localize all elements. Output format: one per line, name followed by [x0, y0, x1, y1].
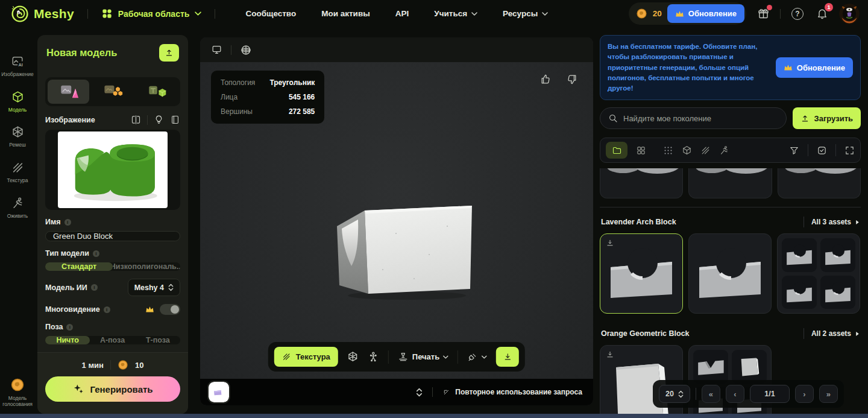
help-button[interactable]: ?: [790, 6, 805, 22]
model-3d-render: [324, 197, 474, 301]
multiview-toggle[interactable]: [160, 304, 180, 315]
textures-filter-icon[interactable]: [700, 145, 711, 156]
search-box[interactable]: [600, 107, 787, 129]
banner-upgrade-button[interactable]: Обновление: [776, 57, 853, 78]
divider: [696, 388, 696, 400]
asset-card-selected[interactable]: [600, 233, 683, 314]
updown-icon: [678, 390, 684, 398]
pose-t-option[interactable]: Т-поза: [136, 336, 180, 344]
pose-a-option[interactable]: А-поза: [90, 336, 134, 344]
topbar: Meshy Рабочая область Сообщество Мои акт…: [0, 0, 868, 27]
type-standard-option[interactable]: Стандарт: [45, 262, 113, 271]
upgrade-button[interactable]: Обновление: [667, 4, 744, 23]
grid-view-icon[interactable]: [636, 145, 646, 156]
workspace-switcher[interactable]: Рабочая область: [101, 8, 202, 19]
last-page-button[interactable]: »: [819, 385, 838, 403]
rail-item-remesh[interactable]: Ремеш: [0, 125, 35, 148]
wireframe-sphere-icon[interactable]: [240, 44, 252, 56]
multiview-label: Многовидение: [45, 305, 100, 314]
avatar[interactable]: [839, 4, 860, 24]
prev-page-button[interactable]: ‹: [726, 385, 744, 403]
info-icon: i: [93, 250, 99, 257]
info-icon: i: [64, 219, 71, 226]
notes-icon[interactable]: [170, 115, 180, 125]
model-name-input[interactable]: [45, 231, 180, 241]
notification-dot: [767, 5, 772, 10]
asset-card[interactable]: [688, 233, 772, 314]
rail-item-animate[interactable]: Оживить: [0, 197, 35, 220]
filter-funnel-icon[interactable]: [789, 145, 799, 156]
asset-filter-bar: [600, 138, 861, 163]
nav-community[interactable]: Сообщество: [245, 9, 296, 18]
ai-model-select[interactable]: Meshy 4: [128, 279, 180, 296]
type-lowpoly-option[interactable]: Низкополигональ...: [113, 262, 180, 271]
estimated-time: 1 мин: [82, 361, 104, 370]
tab-multi-image-to-3d[interactable]: [92, 80, 133, 104]
upload-image-button[interactable]: [159, 44, 179, 62]
generation-thumbnail[interactable]: [209, 382, 229, 402]
divider: [147, 115, 148, 125]
print-button[interactable]: Печать: [398, 352, 448, 363]
rail-item-image[interactable]: AI Изображение: [0, 55, 35, 78]
animations-filter-icon[interactable]: [719, 145, 729, 156]
notifications-button[interactable]: 1: [814, 6, 830, 22]
asset-card-multiview[interactable]: [777, 233, 860, 314]
arrow-up-left-icon: [442, 388, 450, 396]
chevron-down-icon: [195, 11, 201, 16]
multi-image-to-3d-icon: [102, 84, 123, 100]
meshy-logo[interactable]: Meshy: [11, 5, 74, 23]
credits-pill[interactable]: 20 Обновление: [629, 2, 746, 25]
pagination-bar: 20 « ‹ 1/1 › »: [653, 380, 844, 408]
thumbs-up-icon[interactable]: [540, 74, 552, 85]
expand-icon[interactable]: [844, 145, 855, 156]
rail-item-texture[interactable]: Текстура: [0, 161, 35, 184]
nav-my-assets[interactable]: Мои активы: [321, 9, 370, 18]
thumbs-down-icon[interactable]: [566, 74, 577, 85]
folder-view-button[interactable]: [606, 142, 627, 159]
download-model-button[interactable]: [496, 347, 519, 367]
tab-text-to-3d[interactable]: [136, 80, 178, 104]
generate-button[interactable]: Генерировать: [45, 376, 180, 402]
nav-api[interactable]: API: [395, 9, 409, 18]
reuse-prompt-button[interactable]: Повторное использование запроса: [442, 388, 582, 396]
arch-block-render: [605, 247, 678, 300]
export-plugin-button[interactable]: [467, 352, 487, 363]
lightbulb-icon[interactable]: [154, 115, 164, 125]
remesh-icon[interactable]: [347, 351, 359, 363]
multi-select-icon[interactable]: [817, 145, 827, 156]
chevron-down-icon: [542, 12, 548, 16]
next-page-button[interactable]: ›: [795, 385, 814, 403]
asset-card-partial[interactable]: [778, 168, 861, 198]
nav-learn[interactable]: Учиться: [434, 9, 477, 18]
collapse-updown-icon[interactable]: [416, 388, 423, 397]
compare-flip-icon[interactable]: [131, 115, 141, 125]
models-filter-icon[interactable]: [682, 145, 692, 156]
page-size-select[interactable]: 20: [659, 385, 690, 403]
lavender-cards-row: [600, 233, 861, 314]
pose-none-option[interactable]: Ничто: [45, 336, 90, 344]
rail-item-model[interactable]: Модель: [0, 90, 35, 113]
all-assets-link[interactable]: All 2 assets: [811, 329, 860, 338]
upload-asset-button[interactable]: Загрузить: [793, 107, 861, 129]
viewport-3d[interactable]: Топология Треугольник Лица 545 166 Верши…: [200, 37, 593, 405]
image-preview-card[interactable]: [45, 130, 180, 210]
image-to-3d-icon: [58, 84, 79, 100]
search-input[interactable]: [623, 114, 778, 123]
new-model-panel: Новая модель: [37, 35, 188, 414]
rig-icon[interactable]: [368, 351, 379, 363]
all-assets-link[interactable]: All 3 assets: [811, 218, 860, 226]
main-nav: Сообщество Мои активы API Учиться Ресурс…: [245, 9, 548, 18]
asset-card-partial[interactable]: [600, 168, 683, 198]
nav-resources[interactable]: Ресурсы: [503, 9, 548, 18]
first-page-button[interactable]: «: [702, 385, 720, 403]
texture-icon: [11, 161, 25, 174]
all-assets-icon[interactable]: [663, 145, 673, 156]
crown-icon: [145, 306, 154, 313]
rail-item-model-vote[interactable]: Модель голосования: [0, 378, 35, 408]
display-mode-icon[interactable]: [211, 44, 222, 55]
view-thumb: [732, 350, 767, 384]
tab-image-to-3d[interactable]: [48, 80, 89, 104]
asset-card-partial[interactable]: [688, 168, 772, 198]
texture-button[interactable]: Текстура: [274, 347, 338, 367]
gift-button[interactable]: [755, 6, 771, 22]
